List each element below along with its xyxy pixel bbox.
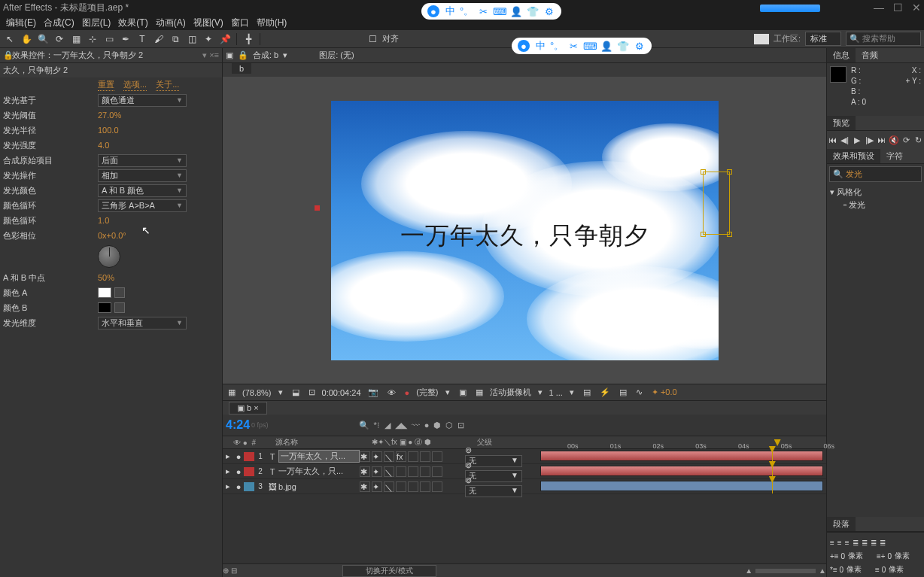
menu-window[interactable]: 窗口 (228, 17, 252, 29)
pickwhip-icon[interactable]: ⊚ (465, 445, 472, 454)
align-right-icon[interactable]: ≡ (845, 539, 850, 547)
search-tl-icon[interactable]: 🔍 (359, 421, 369, 430)
minimize-icon[interactable]: — (874, 2, 884, 14)
property-value[interactable]: 0x+0.0° (98, 231, 126, 241)
justify-r-icon[interactable]: ≣ (871, 539, 877, 547)
res-half-icon[interactable]: ⬓ (290, 387, 302, 397)
loop-icon[interactable]: ⟳ (901, 134, 911, 146)
cam-dd-icon[interactable]: ▾ (536, 387, 545, 397)
floating-toolbar-top[interactable]: ● 中 °。 ✂ ⌨ 👤 👕 ⚙ (421, 3, 561, 20)
layer-name[interactable]: 一万年太久，只... (278, 466, 360, 477)
panel-menu-icon[interactable]: ▾ ×≡ (202, 50, 219, 60)
timeline-tab[interactable]: ▣ b × (229, 402, 267, 415)
next-frame-icon[interactable]: |▶ (864, 134, 874, 146)
text-icon[interactable]: 中 (444, 5, 456, 17)
roto-tool-icon[interactable]: ✦ (202, 32, 215, 46)
align-left-icon[interactable]: ≡ (830, 539, 834, 547)
grid-icon[interactable]: ▦ (226, 387, 238, 397)
layer-name[interactable]: 一万年太久，只... (278, 450, 360, 463)
selection-tool-icon[interactable]: ↖ (3, 32, 17, 46)
lock-comp-icon[interactable]: 🔒 (238, 50, 248, 60)
property-value[interactable]: 100.0 (98, 126, 119, 135)
pen-tool-icon[interactable]: ✒ (119, 32, 132, 46)
snapshot-icon[interactable]: 📷 (366, 387, 381, 397)
property-value[interactable]: 27.0% (98, 111, 121, 120)
zoom-in-tl-icon[interactable]: ▲ (819, 566, 826, 575)
local-axis-icon[interactable]: ╋ (242, 32, 255, 46)
col-source[interactable]: 源名称 (275, 437, 372, 448)
composition-viewer[interactable]: 一万年太久，只争朝夕 (223, 77, 826, 384)
layer-switches[interactable]: ✱✦＼fx (360, 451, 465, 462)
reset-link[interactable]: 重置 (98, 79, 114, 91)
property-value[interactable]: 1.0 (98, 216, 109, 226)
motion-blur-icon[interactable]: 〰 (412, 421, 420, 430)
exposure-icon[interactable]: ✦ +0.0 (649, 387, 679, 397)
shape-tool-icon[interactable]: ▭ (102, 32, 116, 46)
menu-help[interactable]: 帮助(H) (254, 17, 290, 29)
lock-icon[interactable]: 🔒 (3, 50, 12, 60)
property-dropdown[interactable]: 后面▼ (98, 154, 187, 167)
comp-tab[interactable]: b (232, 63, 251, 74)
channel-icon[interactable]: ● (403, 388, 412, 397)
timeline-layer-row[interactable]: ▸●3🖼b.jpg✱✦＼⊚ 无▼ (223, 479, 826, 494)
draft3d-icon[interactable]: ⬡ (445, 421, 453, 430)
effects-tree-category[interactable]: ▾ 风格化 (830, 186, 921, 199)
layer-visibility-icon[interactable]: ● (233, 482, 244, 491)
effects-tree-item[interactable]: ▫ 发光 (830, 199, 921, 211)
property-value[interactable]: 50% (98, 273, 114, 283)
zoom-out-tl-icon[interactable]: ▲ (745, 566, 752, 575)
tab-paragraph[interactable]: 段落 (827, 517, 856, 531)
mute-icon[interactable]: 🔇 (889, 134, 899, 146)
menu-composition[interactable]: 合成(C) (41, 17, 78, 29)
eraser-tool-icon[interactable]: ◫ (185, 32, 199, 46)
render-icon[interactable]: ▣ (226, 50, 233, 60)
layer-twirl-icon[interactable]: ▸ (223, 451, 233, 461)
color-swatch[interactable] (98, 287, 111, 298)
workspace-dropdown[interactable]: 标准 (805, 32, 841, 46)
menu-effect[interactable]: 效果(T) (115, 17, 150, 29)
puppet-tool-icon[interactable]: 📌 (218, 32, 232, 46)
shirt-icon[interactable]: 👕 (527, 5, 539, 17)
floating-toolbar-viewer[interactable]: ● 中 °。 ✂ ⌨ 👤 👕 ⚙ (512, 38, 652, 54)
property-dropdown[interactable]: 水平和垂直▼ (98, 317, 187, 329)
tl-collapse-icon[interactable]: ⊕ ⊟ (223, 566, 237, 575)
gear-icon-2[interactable]: ⚙ (634, 40, 646, 52)
pickwhip-icon[interactable]: ⊚ (465, 475, 472, 484)
ram-icon[interactable]: ↻ (913, 134, 924, 146)
layer-clip[interactable] (540, 481, 823, 491)
comp-mini-icon[interactable]: *⁝ (374, 421, 380, 430)
percent-icon[interactable]: °。 (460, 5, 473, 17)
frame-blend-icon[interactable]: ◢◣ (395, 421, 407, 430)
zoom-tool-icon[interactable]: 🔍 (36, 32, 50, 46)
show-snap-icon[interactable]: 👁 (385, 388, 398, 397)
stamp-tool-icon[interactable]: ⧉ (169, 32, 182, 46)
property-dropdown[interactable]: 相加▼ (98, 169, 187, 182)
layer-clip[interactable] (540, 466, 823, 476)
search-help-input[interactable]: 🔍 搜索帮助 (846, 32, 921, 46)
timecode-display[interactable]: 4:24 (226, 418, 250, 432)
property-dropdown[interactable]: 三角形 A>B>A▼ (98, 199, 187, 212)
tab-info[interactable]: 信息 (827, 48, 856, 62)
menu-layer[interactable]: 图层(L) (79, 17, 114, 29)
menu-edit[interactable]: 编辑(E) (3, 17, 39, 29)
canvas[interactable]: 一万年太久，只争朝夕 (331, 101, 719, 360)
align-checkbox[interactable]: ☐ (366, 32, 379, 46)
tab-effects-presets[interactable]: 效果和预设 (827, 149, 880, 163)
keyboard-icon[interactable]: ⌨ (494, 5, 506, 17)
text-tool-icon[interactable]: T (135, 32, 149, 46)
maximize-icon[interactable]: ☐ (893, 2, 903, 14)
brainstorm-icon[interactable]: ⬢ (433, 421, 441, 430)
time-display[interactable]: 0:00:04:24 (322, 388, 361, 397)
justify-all-icon[interactable]: ≣ (880, 539, 886, 547)
brush-tool-icon[interactable]: 🖌 (152, 32, 166, 46)
res-display[interactable]: (完整) (416, 387, 438, 398)
eyedropper-icon[interactable] (114, 287, 125, 298)
aa-icon[interactable]: ⊡ (457, 421, 464, 430)
percent-icon-2[interactable]: °。 (551, 40, 563, 52)
camera-display[interactable]: 活动摄像机 (490, 387, 531, 398)
layer-color[interactable] (244, 452, 254, 461)
layer-color[interactable] (244, 467, 254, 476)
person-icon[interactable]: 👤 (510, 5, 522, 17)
layer-name[interactable]: b.jpg (278, 482, 360, 491)
res-dd-icon[interactable]: ▾ (443, 387, 452, 397)
